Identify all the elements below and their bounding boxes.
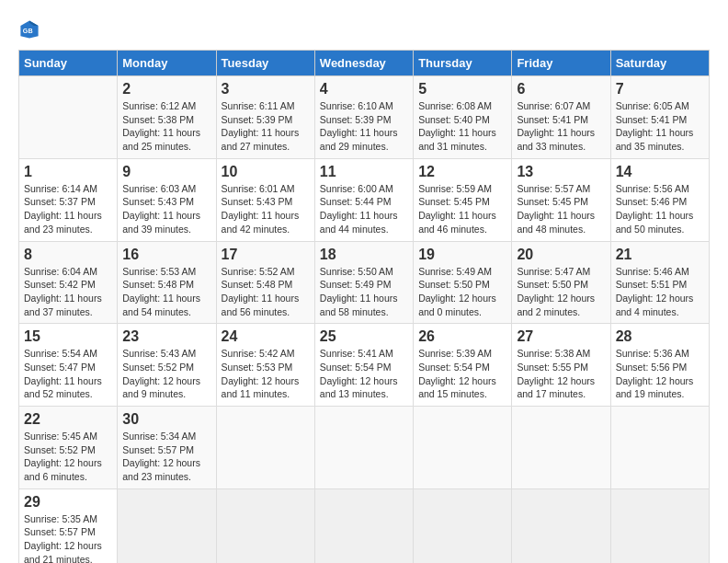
calendar-cell: 14 Sunrise: 5:56 AMSunset: 5:46 PMDaylig… xyxy=(610,158,709,241)
day-number: 21 xyxy=(616,247,704,263)
day-number: 11 xyxy=(320,164,408,180)
day-number: 26 xyxy=(418,328,506,345)
day-number: 14 xyxy=(616,164,704,180)
day-number: 25 xyxy=(320,328,408,345)
calendar-cell: 22 Sunrise: 5:45 AMSunset: 5:52 PMDaylig… xyxy=(19,407,118,489)
calendar-cell xyxy=(512,407,610,489)
col-header-tuesday: Tuesday xyxy=(216,51,314,76)
calendar-cell: 20 Sunrise: 5:47 AMSunset: 5:50 PMDaylig… xyxy=(512,241,610,324)
calendar-cell: 17 Sunrise: 5:52 AMSunset: 5:48 PMDaylig… xyxy=(216,241,314,324)
calendar-cell: 24 Sunrise: 5:42 AMSunset: 5:53 PMDaylig… xyxy=(216,324,314,407)
calendar-cell xyxy=(19,76,118,159)
day-number: 22 xyxy=(24,411,112,428)
day-number: 24 xyxy=(222,328,310,345)
day-info: Sunrise: 6:03 AMSunset: 5:43 PMDaylight:… xyxy=(122,182,210,236)
day-number: 10 xyxy=(222,164,310,180)
calendar-week-5: 29 Sunrise: 5:35 AMSunset: 5:57 PMDaylig… xyxy=(19,488,710,563)
day-info: Sunrise: 5:50 AMSunset: 5:49 PMDaylight:… xyxy=(320,265,408,319)
logo-icon: GB xyxy=(18,18,40,40)
calendar-week-3: 15 Sunrise: 5:54 AMSunset: 5:47 PMDaylig… xyxy=(19,324,710,407)
day-number: 30 xyxy=(122,411,210,428)
calendar-table: SundayMondayTuesdayWednesdayThursdayFrid… xyxy=(18,50,710,563)
calendar-cell xyxy=(414,488,512,563)
col-header-wednesday: Wednesday xyxy=(314,51,413,76)
calendar-cell: 27 Sunrise: 5:38 AMSunset: 5:55 PMDaylig… xyxy=(512,324,610,407)
svg-text:GB: GB xyxy=(23,27,33,35)
day-info: Sunrise: 5:38 AMSunset: 5:55 PMDaylight:… xyxy=(517,347,605,401)
day-info: Sunrise: 6:00 AMSunset: 5:44 PMDaylight:… xyxy=(320,182,408,236)
calendar-cell xyxy=(314,488,413,563)
calendar-week-0: 2 Sunrise: 6:12 AMSunset: 5:38 PMDayligh… xyxy=(19,76,710,159)
calendar-cell: 11 Sunrise: 6:00 AMSunset: 5:44 PMDaylig… xyxy=(314,158,413,241)
day-info: Sunrise: 6:14 AMSunset: 5:37 PMDaylight:… xyxy=(24,182,112,236)
calendar-cell: 28 Sunrise: 5:36 AMSunset: 5:56 PMDaylig… xyxy=(610,324,709,407)
day-number: 17 xyxy=(222,247,310,263)
calendar-cell xyxy=(414,407,512,489)
calendar-cell: 21 Sunrise: 5:46 AMSunset: 5:51 PMDaylig… xyxy=(610,241,709,324)
logo: GB xyxy=(18,18,44,40)
col-header-thursday: Thursday xyxy=(414,51,512,76)
calendar-cell xyxy=(610,488,709,563)
day-number: 23 xyxy=(122,328,210,345)
day-info: Sunrise: 6:08 AMSunset: 5:40 PMDaylight:… xyxy=(418,99,506,154)
day-number: 15 xyxy=(24,328,112,345)
day-info: Sunrise: 5:49 AMSunset: 5:50 PMDaylight:… xyxy=(418,265,506,319)
day-number: 4 xyxy=(320,81,408,98)
day-info: Sunrise: 5:46 AMSunset: 5:51 PMDaylight:… xyxy=(616,265,704,319)
calendar-cell: 4 Sunrise: 6:10 AMSunset: 5:39 PMDayligh… xyxy=(314,76,413,159)
day-number: 5 xyxy=(418,81,506,98)
col-header-sunday: Sunday xyxy=(19,51,118,76)
day-number: 13 xyxy=(517,164,605,180)
day-info: Sunrise: 5:36 AMSunset: 5:56 PMDaylight:… xyxy=(616,347,704,401)
day-info: Sunrise: 5:39 AMSunset: 5:54 PMDaylight:… xyxy=(418,347,506,401)
calendar-cell: 10 Sunrise: 6:01 AMSunset: 5:43 PMDaylig… xyxy=(216,158,314,241)
calendar-cell: 29 Sunrise: 5:35 AMSunset: 5:57 PMDaylig… xyxy=(19,488,118,563)
calendar-cell: 5 Sunrise: 6:08 AMSunset: 5:40 PMDayligh… xyxy=(414,76,512,159)
calendar-week-1: 1 Sunrise: 6:14 AMSunset: 5:37 PMDayligh… xyxy=(19,158,710,241)
day-number: 20 xyxy=(517,247,605,263)
day-number: 28 xyxy=(616,328,704,345)
calendar-cell: 13 Sunrise: 5:57 AMSunset: 5:45 PMDaylig… xyxy=(512,158,610,241)
calendar-cell: 9 Sunrise: 6:03 AMSunset: 5:43 PMDayligh… xyxy=(118,158,216,241)
calendar-cell: 15 Sunrise: 5:54 AMSunset: 5:47 PMDaylig… xyxy=(19,324,118,407)
day-info: Sunrise: 5:34 AMSunset: 5:57 PMDaylight:… xyxy=(122,430,210,484)
day-number: 7 xyxy=(616,81,704,98)
day-info: Sunrise: 5:59 AMSunset: 5:45 PMDaylight:… xyxy=(418,182,506,236)
day-number: 12 xyxy=(418,164,506,180)
day-info: Sunrise: 5:54 AMSunset: 5:47 PMDaylight:… xyxy=(24,347,112,401)
calendar-cell: 6 Sunrise: 6:07 AMSunset: 5:41 PMDayligh… xyxy=(512,76,610,159)
day-number: 16 xyxy=(122,247,210,263)
calendar-cell: 1 Sunrise: 6:14 AMSunset: 5:37 PMDayligh… xyxy=(19,158,118,241)
calendar-cell: 26 Sunrise: 5:39 AMSunset: 5:54 PMDaylig… xyxy=(414,324,512,407)
calendar-cell xyxy=(216,407,314,489)
day-info: Sunrise: 5:45 AMSunset: 5:52 PMDaylight:… xyxy=(24,430,112,484)
day-number: 29 xyxy=(24,494,112,511)
day-info: Sunrise: 5:35 AMSunset: 5:57 PMDaylight:… xyxy=(24,512,112,563)
calendar-cell: 23 Sunrise: 5:43 AMSunset: 5:52 PMDaylig… xyxy=(118,324,216,407)
day-info: Sunrise: 6:01 AMSunset: 5:43 PMDaylight:… xyxy=(222,182,310,236)
calendar-cell: 18 Sunrise: 5:50 AMSunset: 5:49 PMDaylig… xyxy=(314,241,413,324)
day-info: Sunrise: 5:42 AMSunset: 5:53 PMDaylight:… xyxy=(222,347,310,401)
day-info: Sunrise: 5:43 AMSunset: 5:52 PMDaylight:… xyxy=(122,347,210,401)
calendar-cell: 2 Sunrise: 6:12 AMSunset: 5:38 PMDayligh… xyxy=(118,76,216,159)
calendar-cell: 7 Sunrise: 6:05 AMSunset: 5:41 PMDayligh… xyxy=(610,76,709,159)
calendar-week-4: 22 Sunrise: 5:45 AMSunset: 5:52 PMDaylig… xyxy=(19,407,710,489)
calendar-cell xyxy=(314,407,413,489)
calendar-week-2: 8 Sunrise: 6:04 AMSunset: 5:42 PMDayligh… xyxy=(19,241,710,324)
day-info: Sunrise: 6:11 AMSunset: 5:39 PMDaylight:… xyxy=(222,99,310,154)
calendar-cell xyxy=(216,488,314,563)
calendar-cell: 12 Sunrise: 5:59 AMSunset: 5:45 PMDaylig… xyxy=(414,158,512,241)
calendar-cell: 16 Sunrise: 5:53 AMSunset: 5:48 PMDaylig… xyxy=(118,241,216,324)
calendar-cell: 30 Sunrise: 5:34 AMSunset: 5:57 PMDaylig… xyxy=(118,407,216,489)
day-info: Sunrise: 6:10 AMSunset: 5:39 PMDaylight:… xyxy=(320,99,408,154)
calendar-cell xyxy=(610,407,709,489)
calendar-cell: 3 Sunrise: 6:11 AMSunset: 5:39 PMDayligh… xyxy=(216,76,314,159)
day-info: Sunrise: 6:12 AMSunset: 5:38 PMDaylight:… xyxy=(122,99,210,154)
day-number: 27 xyxy=(517,328,605,345)
header: GB xyxy=(18,18,710,40)
calendar-cell: 25 Sunrise: 5:41 AMSunset: 5:54 PMDaylig… xyxy=(314,324,413,407)
calendar-cell xyxy=(512,488,610,563)
day-info: Sunrise: 5:57 AMSunset: 5:45 PMDaylight:… xyxy=(517,182,605,236)
col-header-saturday: Saturday xyxy=(610,51,709,76)
day-info: Sunrise: 5:56 AMSunset: 5:46 PMDaylight:… xyxy=(616,182,704,236)
